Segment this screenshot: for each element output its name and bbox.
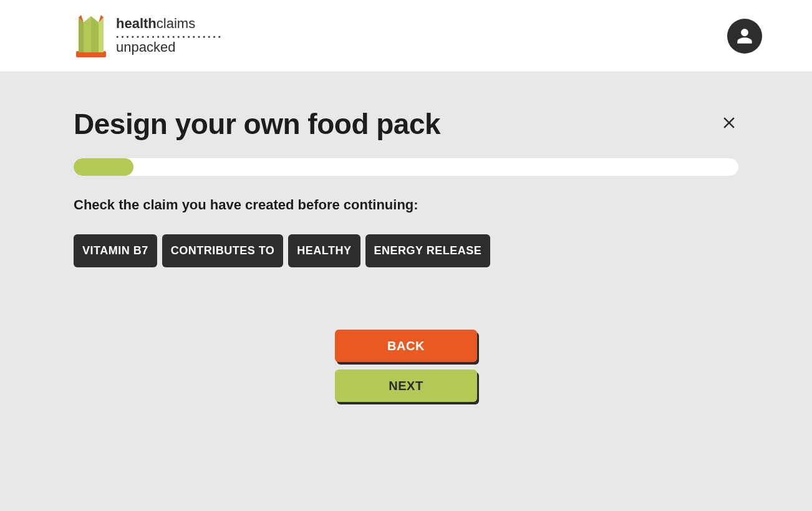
logo-text-bold: health xyxy=(116,16,157,31)
instruction-text: Check the claim you have created before … xyxy=(74,197,738,213)
logo-text: healthclaims ● ● ● ● ● ● ● ● ● ● ● ● ● ●… xyxy=(116,16,222,55)
logo-bottom-text: unpacked xyxy=(116,39,222,55)
action-buttons: BACK NEXT xyxy=(37,330,775,402)
page-title: Design your own food pack xyxy=(74,107,440,141)
svg-marker-4 xyxy=(84,16,91,52)
app-header: healthclaims ● ● ● ● ● ● ● ● ● ● ● ● ● ●… xyxy=(0,0,812,72)
progress-bar xyxy=(74,158,738,176)
claim-chip[interactable]: ENERGY RELEASE xyxy=(365,234,491,267)
svg-marker-5 xyxy=(91,16,99,52)
user-icon xyxy=(736,27,753,45)
logo-divider: ● ● ● ● ● ● ● ● ● ● ● ● ● ● ● ● ● ● ● ● … xyxy=(116,35,222,39)
progress-fill xyxy=(74,158,133,176)
claim-chip[interactable]: CONTRIBUTES TO xyxy=(162,234,284,267)
main-content: Design your own food pack Check the clai… xyxy=(0,72,812,402)
next-button[interactable]: NEXT xyxy=(335,370,477,402)
user-avatar[interactable] xyxy=(727,19,762,54)
claim-chip[interactable]: VITAMIN B7 xyxy=(74,234,157,267)
claim-chip[interactable]: HEALTHY xyxy=(288,234,360,267)
close-button[interactable] xyxy=(720,113,738,135)
logo-text-light: claims xyxy=(157,16,195,31)
svg-marker-3 xyxy=(99,17,104,52)
close-icon xyxy=(720,113,738,132)
claim-chips: VITAMIN B7 CONTRIBUTES TO HEALTHY ENERGY… xyxy=(74,234,738,267)
svg-marker-2 xyxy=(79,17,84,52)
app-logo[interactable]: healthclaims ● ● ● ● ● ● ● ● ● ● ● ● ● ●… xyxy=(75,14,222,59)
logo-mark-icon xyxy=(75,14,107,59)
page-head: Design your own food pack xyxy=(37,72,775,158)
back-button[interactable]: BACK xyxy=(335,330,477,362)
